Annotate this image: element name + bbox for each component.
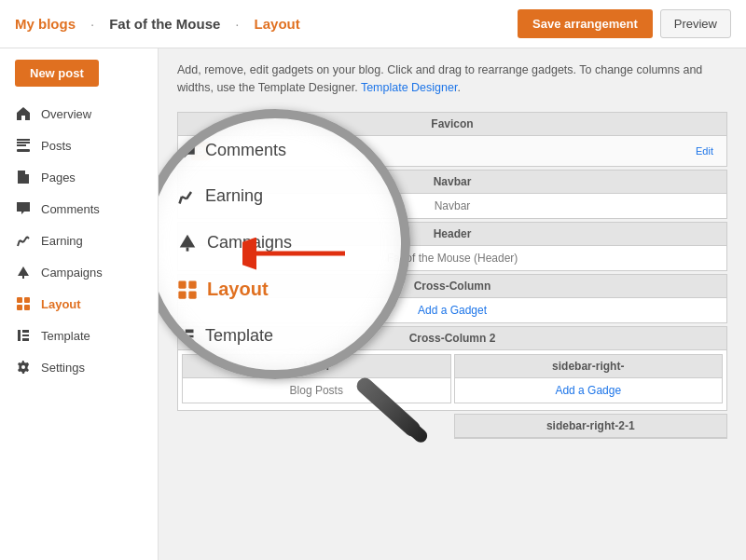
blog-title: Fat of the Mouse [109, 16, 220, 32]
sidebar-label-posts: Posts [41, 139, 72, 153]
navbar-title: Navbar [178, 171, 726, 194]
cross-column-add-gadget[interactable]: Add a Gadget [418, 304, 487, 317]
cross-column-body: Add a Gadget [178, 298, 726, 322]
main-content: Add, remove, edit gadgets on your blog. … [159, 48, 746, 560]
sidebar-item-campaigns[interactable]: Campaigns [0, 256, 158, 288]
svg-rect-3 [17, 149, 30, 152]
header-section-body: Fat of the Mouse (Header) [178, 246, 726, 270]
top-bar: My blogs · Fat of the Mouse · Layout Sav… [0, 0, 746, 48]
template-designer-link[interactable]: Template Designer [361, 81, 458, 94]
pages-icon [15, 169, 32, 185]
sidebar-label-campaigns: Campaigns [41, 266, 103, 280]
comments-icon [15, 200, 32, 217]
main-col-body: Blog Posts [183, 378, 450, 403]
sidebar-item-template[interactable]: Template [0, 320, 158, 351]
template-icon [15, 327, 32, 344]
svg-rect-2 [17, 144, 26, 146]
new-post-button[interactable]: New post [15, 60, 99, 87]
separator2: · [235, 16, 239, 32]
sidebar-item-settings[interactable]: Settings [0, 351, 158, 383]
navbar-section: Navbar Navbar [177, 170, 727, 219]
svg-rect-4 [20, 177, 26, 178]
svg-line-8 [23, 237, 27, 242]
header-section-title: Header [178, 223, 726, 246]
cross-column2-section: Cross-Column 2 Main Blog Posts sidebar-r… [177, 326, 727, 411]
sidebar-label-layout: Layout [41, 297, 81, 311]
current-page-label: Layout [255, 16, 300, 32]
sidebar-label-template: Template [41, 329, 90, 343]
sidebar-label-earning: Earning [41, 234, 83, 248]
sidebar-label-settings: Settings [41, 361, 85, 375]
svg-rect-14 [24, 305, 30, 310]
save-arrangement-button[interactable]: Save arrangement [518, 9, 653, 38]
campaigns-icon [15, 264, 32, 280]
sidebar-right-add-gadget[interactable]: Add a Gadge [555, 384, 621, 397]
favicon-section: Favicon B Edit [177, 112, 727, 167]
sidebar-right-21-section: sidebar-right-2-1 [454, 414, 728, 439]
svg-rect-10 [22, 276, 24, 279]
sidebar-label-pages: Pages [41, 171, 76, 184]
settings-icon [15, 359, 32, 376]
favicon-edit-link[interactable]: Edit [696, 145, 713, 157]
sidebar-right-body: Add a Gadge [455, 378, 723, 403]
header-section: Header Fat of the Mouse (Header) [177, 222, 727, 271]
separator: · [90, 16, 94, 32]
earning-icon [15, 232, 32, 249]
navbar-body: Navbar [178, 194, 726, 218]
cross-column-section: Cross-Column Add a Gadget [177, 274, 727, 323]
layout-icon [15, 295, 32, 312]
sidebar-right-title: sidebar-right- [455, 355, 723, 378]
svg-rect-0 [17, 139, 30, 141]
posts-icon [15, 137, 32, 154]
sidebar-item-overview[interactable]: Overview [0, 98, 158, 130]
page-description: Add, remove, edit gadgets on your blog. … [177, 61, 727, 97]
svg-line-7 [20, 240, 23, 242]
favicon-title: Favicon [178, 113, 726, 136]
my-blogs-link[interactable]: My blogs [15, 16, 76, 32]
header-actions: Save arrangement Preview [518, 9, 731, 38]
svg-rect-13 [17, 305, 22, 310]
breadcrumb: My blogs · Fat of the Mouse · Layout [15, 16, 300, 32]
sidebar-item-comments[interactable]: Comments [0, 193, 158, 225]
sidebar-item-posts[interactable]: Posts [0, 130, 158, 161]
svg-rect-12 [24, 297, 30, 303]
sidebar-item-earning[interactable]: Earning [0, 225, 158, 256]
svg-line-9 [27, 237, 29, 239]
home-icon [15, 105, 32, 122]
cross-column-title: Cross-Column [178, 275, 726, 298]
preview-button[interactable]: Preview [660, 9, 731, 38]
favicon-icon: B [191, 142, 210, 160]
sidebar-right-col: sidebar-right- Add a Gadge [454, 354, 724, 403]
sidebar-item-pages[interactable]: Pages [0, 161, 158, 193]
sidebar-label-overview: Overview [41, 107, 91, 121]
sidebar: New post Overview Posts Pages Comments [0, 48, 159, 560]
sidebar-right-21-title: sidebar-right-2-1 [455, 415, 727, 438]
svg-rect-11 [17, 297, 22, 303]
cross-column2-title: Cross-Column 2 [178, 327, 726, 350]
svg-rect-5 [20, 180, 24, 181]
page-body: New post Overview Posts Pages Comments [0, 48, 746, 560]
sidebar-label-comments: Comments [41, 202, 100, 216]
sidebar-item-layout[interactable]: Layout [0, 288, 158, 320]
svg-rect-1 [17, 142, 30, 143]
main-col-title: Main [183, 355, 450, 378]
main-col: Main Blog Posts [182, 354, 451, 403]
